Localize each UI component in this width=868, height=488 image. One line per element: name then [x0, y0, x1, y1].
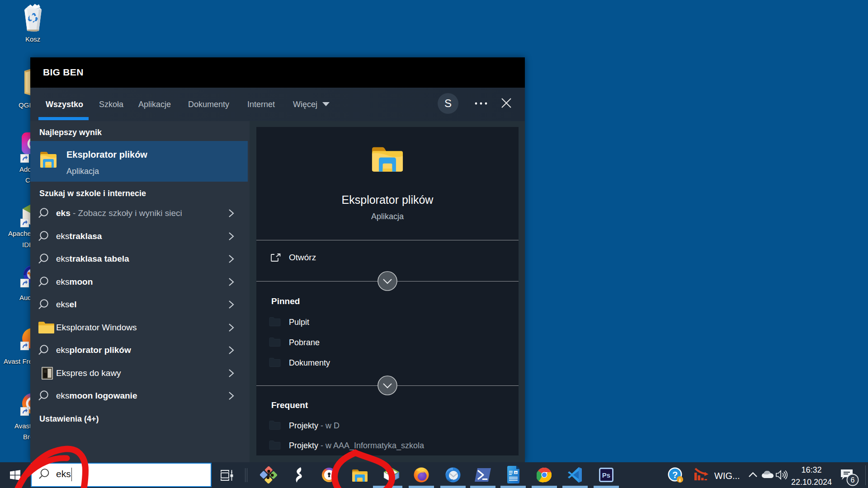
svg-text:S: S: [444, 97, 452, 109]
svg-text:6: 6: [851, 476, 855, 484]
svg-text:Ps: Ps: [602, 471, 610, 479]
svg-text:i: i: [679, 477, 680, 483]
